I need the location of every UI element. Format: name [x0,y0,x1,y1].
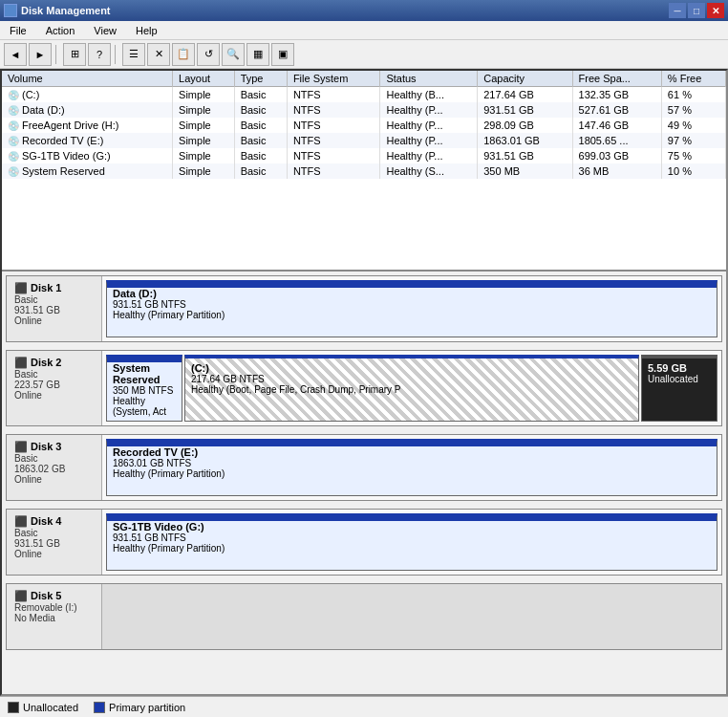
forward-button[interactable]: ► [29,43,52,66]
disk-partitions-4: SG-1TB Video (G:) 931.51 GB NTFS Healthy… [102,510,721,575]
part-size: 350 MB NTFS [113,385,176,396]
volume-icon: 💿 [8,136,19,146]
volume-icon: 💿 [8,151,19,162]
disk-status: No Media [14,613,94,623]
volume-icon: 💿 [8,120,19,131]
cell-pct: 49 % [661,118,725,133]
zoom-button[interactable]: 🔍 [222,43,245,66]
table-row[interactable]: 💿 FreeAgent Drive (H:) Simple Basic NTFS… [2,118,726,133]
col-status[interactable]: Status [380,71,478,87]
disk-type: Basic [14,369,94,380]
partition-2-2[interactable]: (C:) 217.64 GB NTFS Healthy (Boot, Page … [184,355,639,422]
help-button[interactable]: ? [88,43,111,66]
cell-volume: 💿 SG-1TB Video (G:) [2,148,173,163]
legend-primary: Primary partition [94,702,185,713]
maximize-button[interactable]: □ [688,3,705,18]
part-name: Recorded TV (E:) [113,446,711,458]
partition-4-1[interactable]: SG-1TB Video (G:) 931.51 GB NTFS Healthy… [106,513,717,571]
partition-2-3[interactable]: 5.59 GB Unallocated [641,355,717,422]
cell-free: 147.46 GB [572,118,661,133]
main-window: Volume Layout Type File System Status Ca… [0,69,728,696]
volume-table: Volume Layout Type File System Status Ca… [2,71,726,179]
app-icon [4,4,17,17]
cell-capacity: 350 MB [478,163,572,179]
part-status: Healthy (Primary Partition) [113,310,711,320]
table-row[interactable]: 💿 System Reserved Simple Basic NTFS Heal… [2,163,726,179]
toolbar: ◄ ► ⊞ ? ☰ ✕ 📋 ↺ 🔍 ▦ ▣ [0,40,728,69]
cell-layout: Simple [173,133,235,148]
col-layout[interactable]: Layout [173,71,235,87]
cell-capacity: 931.51 GB [478,148,572,163]
menu-view[interactable]: View [88,23,122,38]
unallocated-label: Unallocated [23,702,78,713]
cell-pct: 61 % [661,87,725,103]
disk-type: Basic [14,294,94,305]
menu-help[interactable]: Help [130,23,163,38]
part-size: 931.51 GB NTFS [113,299,711,310]
table-header-row: Volume Layout Type File System Status Ca… [2,71,726,87]
table-row[interactable]: 💿 Data (D:) Simple Basic NTFS Healthy (P… [2,102,726,118]
close-button[interactable]: ✕ [707,3,724,18]
disk-id: ⬛ Disk 4 [14,515,94,528]
disk-status: Online [14,474,94,485]
show-list-button[interactable]: ⊞ [63,43,86,66]
partition-1-1[interactable]: Data (D:) 931.51 GB NTFS Healthy (Primar… [106,280,717,337]
col-volume[interactable]: Volume [2,71,173,87]
cell-pct: 57 % [661,102,725,118]
menu-action[interactable]: Action [40,23,81,38]
volume-icon: 💿 [8,166,19,177]
col-type[interactable]: Type [234,71,287,87]
disk-size: 223.57 GB [14,380,94,390]
back-button[interactable]: ◄ [4,43,27,66]
cell-free: 699.03 GB [572,148,661,163]
cell-capacity: 217.64 GB [478,87,572,103]
col-free[interactable]: Free Spa... [572,71,661,87]
toolbar-separator-1 [55,45,59,64]
part-status: Healthy (Primary Partition) [113,468,711,479]
menu-file[interactable]: File [4,23,32,38]
table-row[interactable]: 💿 (C:) Simple Basic NTFS Healthy (B... 2… [2,87,726,103]
col-pct[interactable]: % Free [661,71,725,87]
cell-type: Basic [234,163,287,179]
volume-name: (C:) [22,89,39,100]
primary-legend-box [94,702,105,713]
disk-partitions-3: Recorded TV (E:) 1863.01 GB NTFS Healthy… [102,435,721,500]
volume-name: System Reserved [22,165,105,177]
refresh-button[interactable]: ↺ [197,43,220,66]
display-button[interactable]: ▣ [271,43,294,66]
minimize-button[interactable]: ─ [669,3,686,18]
menu-bar: File Action View Help [0,21,728,40]
cell-capacity: 298.09 GB [478,118,572,133]
cell-type: Basic [234,118,287,133]
disk-label-3: ⬛ Disk 3 Basic 1863.02 GB Online [7,435,102,500]
disk-label-4: ⬛ Disk 4 Basic 931.51 GB Online [7,510,102,575]
volume-icon: 💿 [8,105,19,116]
partition-3-1[interactable]: Recorded TV (E:) 1863.01 GB NTFS Healthy… [106,439,717,496]
table-row[interactable]: 💿 Recorded TV (E:) Simple Basic NTFS Hea… [2,133,726,148]
cell-fs: NTFS [287,163,380,179]
properties-button[interactable]: ☰ [122,43,145,66]
disk-size: 1863.02 GB [14,464,94,474]
chart-button[interactable]: ▦ [246,43,269,66]
cell-layout: Simple [173,148,235,163]
cell-pct: 75 % [661,148,725,163]
copy-button[interactable]: 📋 [172,43,195,66]
part-size: 931.51 GB NTFS [113,532,711,543]
col-filesystem[interactable]: File System [287,71,380,87]
delete-button[interactable]: ✕ [147,43,170,66]
part-name: Data (D:) [113,288,711,299]
part-name: System Reserved [113,362,176,385]
table-row[interactable]: 💿 SG-1TB Video (G:) Simple Basic NTFS He… [2,148,726,163]
cell-status: Healthy (P... [380,102,478,118]
cell-capacity: 931.51 GB [478,102,572,118]
part-name: SG-1TB Video (G:) [113,521,711,532]
cell-free: 1805.65 ... [572,133,661,148]
legend-unallocated: Unallocated [8,702,78,713]
disk-map-section: ⬛ Disk 1 Basic 931.51 GB OnlineData (D:)… [2,272,726,694]
volume-name: Recorded TV (E:) [22,135,103,146]
volume-name: Data (D:) [22,104,65,116]
cell-status: Healthy (S... [380,163,478,179]
col-capacity[interactable]: Capacity [478,71,572,87]
partition-2-1[interactable]: System Reserved 350 MB NTFS Healthy (Sys… [106,355,182,422]
window-controls[interactable]: ─ □ ✕ [669,3,724,18]
